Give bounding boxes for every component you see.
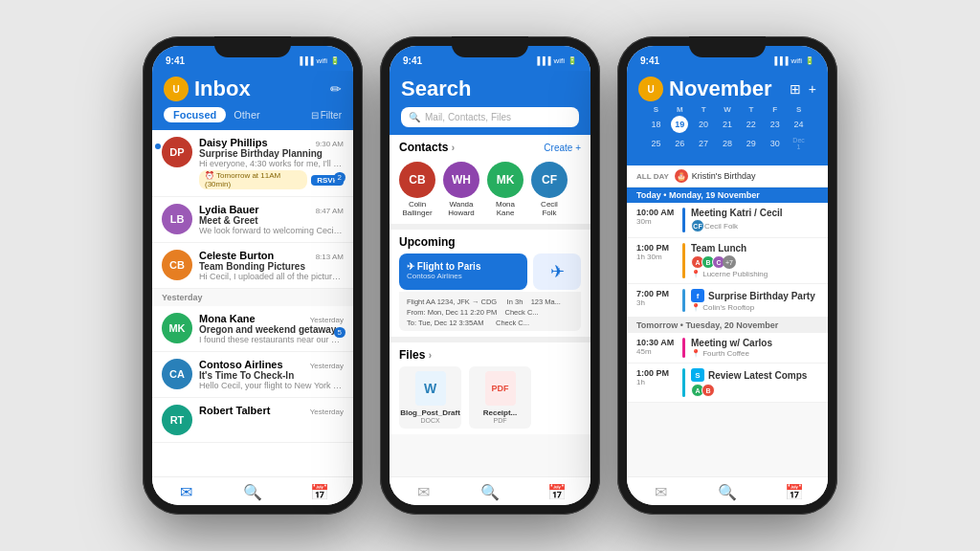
cal-day[interactable]: 18 <box>647 116 664 133</box>
all-day-event[interactable]: 🎂 Kristin's Birthday <box>675 169 756 183</box>
signal-icon: ▐▐▐ <box>297 56 313 65</box>
contact-item[interactable]: WH WandaHoward <box>443 162 479 218</box>
search-bar[interactable]: 🔍 Mail, Contacts, Files <box>401 107 579 127</box>
event-bar <box>682 368 685 397</box>
email-content: Mona Kane Yesterday Oregon and weekend g… <box>199 313 344 344</box>
contact-avatar: CF <box>531 162 568 198</box>
cal-day[interactable]: 24 <box>791 116 808 133</box>
flight-card[interactable]: ✈ Flight to Paris Contoso Airlines <box>399 253 527 290</box>
wifi-icon: wifi <box>553 56 565 65</box>
status-icons-3: ▐▐▐ wifi 🔋 <box>771 56 814 65</box>
cal-weeks: 18 19 20 21 22 23 24 25 26 27 28 <box>644 116 811 152</box>
edit-icon[interactable]: ✏ <box>330 81 342 97</box>
file-word-icon: W <box>415 371 446 406</box>
status-time-3: 9:41 <box>640 55 659 66</box>
cal-day[interactable]: 22 <box>743 116 760 133</box>
cal-day[interactable]: 27 <box>695 135 712 152</box>
cal-day-today[interactable]: 19 <box>671 116 688 133</box>
file-type: PDF <box>494 417 507 424</box>
event-time: 10:30 AM 45m <box>636 338 677 358</box>
nav-search[interactable]: 🔍 <box>457 483 523 501</box>
nav-mail[interactable]: ✉ <box>152 483 219 501</box>
cal-day[interactable]: 20 <box>695 116 712 133</box>
flight-title: ✈ Flight to Paris <box>407 261 520 272</box>
list-item[interactable]: RT Robert Talbert Yesterday <box>152 398 353 443</box>
bottom-nav-1: ✉ 🔍 📅 <box>152 476 353 505</box>
nav-mail[interactable]: ✉ <box>390 483 457 501</box>
nav-mail[interactable]: ✉ <box>627 483 694 501</box>
avatar: RT <box>162 405 192 435</box>
nav-calendar[interactable]: 📅 <box>523 483 590 501</box>
contact-item[interactable]: CB ColinBallinger <box>399 162 435 218</box>
event-bar <box>682 338 685 358</box>
event-time: 7:00 PM 3h <box>636 289 677 312</box>
inbox-header: U Inbox ✏ Focused Other ⊟ Filter <box>152 71 353 130</box>
cal-event[interactable]: 10:30 AM 45m Meeting w/ Carlos 📍 Fourth … <box>627 333 828 364</box>
cal-event[interactable]: 1:00 PM 1h S Review Latest Comps A B <box>627 364 828 403</box>
fb-icon: f <box>691 289 704 302</box>
cal-day-next-month[interactable]: Dec 1 <box>791 135 808 152</box>
file-name: Receipt... <box>483 408 518 417</box>
search-header: Search 🔍 Mail, Contacts, Files <box>390 71 590 135</box>
contact-name: MonaKane <box>496 201 515 218</box>
cal-day[interactable]: 21 <box>719 116 736 133</box>
screen-3: 9:41 ▐▐▐ wifi 🔋 U November ⊞ + <box>627 46 828 505</box>
cal-event[interactable]: 7:00 PM 3h f Surprise Birthday Party 📍 C… <box>627 284 828 318</box>
flight-card-alt[interactable]: ✈ <box>533 253 581 290</box>
flight-cards-row: ✈ Flight to Paris Contoso Airlines ✈ <box>399 253 581 290</box>
event-bar <box>682 289 685 312</box>
phones-container: 9:41 ▐▐▐ wifi 🔋 U Inbox ✏ Focused <box>123 17 857 534</box>
wifi-icon: wifi <box>791 56 802 65</box>
nav-search[interactable]: 🔍 <box>694 483 761 501</box>
nav-calendar[interactable]: 📅 <box>761 483 828 501</box>
status-icons-1: ▐▐▐ wifi 🔋 <box>297 56 340 65</box>
list-item[interactable]: MK Mona Kane Yesterday Oregon and weeken… <box>152 306 353 352</box>
tab-other[interactable]: Other <box>234 109 260 121</box>
day-headers: S M T W T F S <box>644 105 811 114</box>
more-badge: +7 <box>723 255 736 269</box>
nav-search[interactable]: 🔍 <box>219 483 286 501</box>
upcoming-label: Upcoming <box>399 235 581 249</box>
tab-focused[interactable]: Focused <box>164 107 226 122</box>
contact-item[interactable]: CF CecilFolk <box>531 162 568 218</box>
file-card[interactable]: W Blog_Post_Draft DOCX <box>399 366 461 429</box>
file-pdf-icon: PDF <box>485 371 516 406</box>
avatar: CA <box>162 359 192 389</box>
event-content: Team Lunch A B C +7 📍 Lucerne Publishing <box>691 243 818 278</box>
cal-event[interactable]: 1:00 PM 1h 30m Team Lunch A B C +7 <box>627 238 828 284</box>
list-item[interactable]: LB Lydia Bauer 8:47 AM Meet & Greet We l… <box>152 197 353 243</box>
create-button[interactable]: Create + <box>544 143 581 153</box>
cal-event[interactable]: 10:00 AM 30m Meeting Katri / Cecil CF Ce… <box>627 203 828 238</box>
cal-day[interactable]: 25 <box>647 135 664 152</box>
cal-avatar: U <box>638 77 663 101</box>
add-icon[interactable]: + <box>809 81 816 97</box>
cal-day[interactable]: 29 <box>743 135 760 152</box>
list-item[interactable]: CB Celeste Burton 8:13 AM Team Bonding P… <box>152 243 353 289</box>
list-item[interactable]: DP Daisy Phillips 9:30 AM Surprise Birth… <box>152 130 353 197</box>
email-list: DP Daisy Phillips 9:30 AM Surprise Birth… <box>152 130 353 476</box>
tab-filter[interactable]: ⊟ Filter <box>311 110 342 121</box>
cal-week: 18 19 20 21 22 23 24 <box>644 116 811 133</box>
cal-day[interactable]: 23 <box>767 116 784 133</box>
wifi-icon: wifi <box>316 56 327 65</box>
search-body: Contacts › Create + CB ColinBallinger WH… <box>390 135 590 476</box>
contact-item[interactable]: MK MonaKane <box>487 162 523 218</box>
unread-count: 2 <box>334 172 345 183</box>
flight-details: Flight AA 1234, JFK → CDG In 3h 123 Ma..… <box>399 292 581 331</box>
cal-day[interactable]: 30 <box>767 135 784 152</box>
list-item[interactable]: CA Contoso Airlines Yesterday It's Time … <box>152 352 353 398</box>
files-label: Files › <box>399 348 581 362</box>
contact-name: ColinBallinger <box>402 201 432 218</box>
cal-day[interactable]: 28 <box>719 135 736 152</box>
signal-icon: ▐▐▐ <box>771 56 788 65</box>
calendar-body: ALL DAY 🎂 Kristin's Birthday Today • Mon… <box>627 165 828 476</box>
cal-day[interactable]: 26 <box>671 135 688 152</box>
mini-avatar: CF <box>691 219 704 232</box>
contacts-section-header: Contacts › Create + <box>390 135 590 156</box>
birthday-icon: 🎂 <box>675 169 688 183</box>
file-card[interactable]: PDF Receipt... PDF <box>469 366 531 429</box>
event-bar <box>682 243 685 278</box>
battery-icon: 🔋 <box>805 56 814 65</box>
grid-icon[interactable]: ⊞ <box>790 81 801 97</box>
nav-calendar[interactable]: 📅 <box>286 483 353 501</box>
